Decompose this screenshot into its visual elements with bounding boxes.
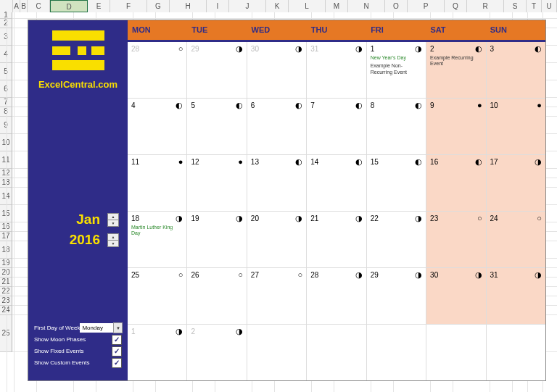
calendar-cell[interactable]: 23○ <box>426 212 485 267</box>
col-header-K[interactable]: K <box>266 0 289 12</box>
col-header-H[interactable]: H <box>170 0 207 12</box>
day-number: 7 <box>310 101 315 109</box>
col-header-M[interactable]: M <box>326 0 348 12</box>
calendar-cell[interactable]: 7◐ <box>306 99 366 154</box>
calendar-cell[interactable]: 30◑ <box>247 42 306 98</box>
custom-events-label: Show Custom Events <box>34 359 89 366</box>
calendar-cell[interactable]: 24○ <box>486 212 545 267</box>
calendar-cell[interactable]: 22◑ <box>366 212 426 267</box>
calendar-cell[interactable] <box>486 325 545 380</box>
calendar-cell[interactable]: 16◐ <box>426 155 485 211</box>
calendar-cell[interactable]: 26○ <box>186 268 246 324</box>
col-header-O[interactable]: O <box>385 0 408 12</box>
month-label: Jan <box>76 212 100 228</box>
col-header-Q[interactable]: Q <box>445 0 467 12</box>
calendar-cell[interactable]: 28◑ <box>306 268 366 324</box>
day-number: 3 <box>490 45 495 53</box>
calendar-cell[interactable]: 21◑ <box>306 212 366 267</box>
moon-phase-icon: ◑ <box>295 45 302 53</box>
calendar-cell[interactable] <box>306 325 366 380</box>
calendar-event: Example Recurring Event <box>430 55 482 67</box>
day-number: 10 <box>490 101 498 109</box>
calendar-cell[interactable]: 27○ <box>247 268 306 324</box>
calendar-cell[interactable]: 25○ <box>128 268 186 324</box>
calendar-cell[interactable]: 2◐Example Recurring Event <box>426 42 485 98</box>
col-header-F[interactable]: F <box>110 0 147 12</box>
year-spinner[interactable]: ▲▼ <box>107 233 119 247</box>
calendar-cell[interactable]: 29◑ <box>366 268 426 324</box>
day-number: 19 <box>191 214 199 222</box>
col-header-D[interactable]: D <box>50 0 88 12</box>
moon-phase-icon: ○ <box>178 271 183 279</box>
moon-phase-icon: ◑ <box>176 214 183 222</box>
moon-phases-checkbox[interactable]: ✓ <box>112 335 122 345</box>
calendar-cell[interactable]: 31◑ <box>486 268 545 324</box>
calendar-cell[interactable]: 30◑ <box>426 268 485 324</box>
moon-phase-icon: ◑ <box>355 271 363 279</box>
moon-phase-icon: ◐ <box>475 45 482 53</box>
calendar-cell[interactable]: 31◑ <box>306 42 366 98</box>
calendar-cell[interactable]: 3◐ <box>486 42 545 98</box>
calendar-cell[interactable]: 13◐ <box>247 155 306 211</box>
calendar-cell[interactable]: 9● <box>426 99 485 154</box>
options-panel: First Day of Week Monday ▼ Show Moon Pha… <box>34 323 122 367</box>
calendar-cell[interactable]: 17◑ <box>486 155 545 211</box>
calendar-cell[interactable]: 1◑New Year's DayExample Non-Recurring Ev… <box>366 42 426 98</box>
calendar-cell[interactable]: 28○ <box>128 42 186 98</box>
col-header-L[interactable]: L <box>289 0 326 12</box>
day-number: 29 <box>191 45 199 53</box>
moon-phase-icon: ◑ <box>475 271 482 279</box>
first-day-dropdown[interactable]: Monday ▼ <box>80 322 123 333</box>
col-header-N[interactable]: N <box>348 0 385 12</box>
calendar-header: MONTUEWEDTHUFRISATSUN <box>128 20 545 42</box>
calendar-cell[interactable]: 6◐ <box>247 99 306 154</box>
moon-phase-icon: ◑ <box>355 214 363 222</box>
calendar-cell[interactable] <box>426 325 485 380</box>
col-header-I[interactable]: I <box>207 0 229 12</box>
day-number: 8 <box>371 101 375 109</box>
day-number: 31 <box>310 45 318 53</box>
calendar-cell[interactable]: 29◑ <box>186 42 246 98</box>
col-header-E[interactable]: E <box>88 0 110 12</box>
col-header-C[interactable]: C <box>28 0 50 12</box>
calendar-cell[interactable]: 14◐ <box>306 155 366 211</box>
col-header-A[interactable]: A <box>13 0 20 12</box>
calendar-cell[interactable]: 10● <box>486 99 545 154</box>
moon-phase-icon: ● <box>537 101 542 109</box>
day-header: WED <box>247 20 307 40</box>
moon-phase-icon: ◐ <box>355 101 363 109</box>
calendar-cell[interactable]: 19◑ <box>186 212 246 267</box>
calendar-cell[interactable] <box>366 325 426 380</box>
col-header-G[interactable]: G <box>147 0 170 12</box>
col-header-T[interactable]: T <box>527 0 542 12</box>
day-number: 2 <box>191 328 195 335</box>
col-header-S[interactable]: S <box>504 0 527 12</box>
col-header-B[interactable]: B <box>20 0 28 12</box>
calendar-cell[interactable]: 5◐ <box>186 99 246 154</box>
column-headers: ABCDEFGHIJKLMNOPQRSTU <box>0 0 557 13</box>
fixed-events-checkbox[interactable]: ✓ <box>112 346 122 356</box>
day-number: 2 <box>430 45 434 53</box>
day-number: 31 <box>490 271 498 279</box>
calendar-cell[interactable]: 18◑Martin Luther King Day <box>128 212 186 267</box>
calendar-cell[interactable]: 11● <box>128 155 186 211</box>
day-number: 28 <box>131 45 139 53</box>
sidebar: ExcelCentral.com Jan ▲▼ 2016 ▲▼ First Da… <box>28 20 128 380</box>
calendar-sheet: ExcelCentral.com Jan ▲▼ 2016 ▲▼ First Da… <box>28 20 546 381</box>
custom-events-checkbox[interactable]: ✓ <box>112 358 122 368</box>
year-label: 2016 <box>70 232 100 248</box>
col-header-P[interactable]: P <box>408 0 445 12</box>
col-header-J[interactable]: J <box>229 0 266 12</box>
moon-phase-icon: ○ <box>298 271 303 279</box>
calendar-cell[interactable] <box>247 325 306 380</box>
calendar-cell[interactable]: 4◐ <box>128 99 186 154</box>
col-header-U[interactable]: U <box>542 0 557 12</box>
calendar-cell[interactable]: 12● <box>186 155 246 211</box>
col-header-R[interactable]: R <box>467 0 504 12</box>
calendar-cell[interactable]: 2◑ <box>186 325 246 380</box>
calendar-cell[interactable]: 8◐ <box>366 99 426 154</box>
month-spinner[interactable]: ▲▼ <box>107 213 119 227</box>
calendar-cell[interactable]: 1◑ <box>128 325 186 380</box>
calendar-cell[interactable]: 20◑ <box>247 212 306 267</box>
calendar-cell[interactable]: 15◐ <box>366 155 426 211</box>
